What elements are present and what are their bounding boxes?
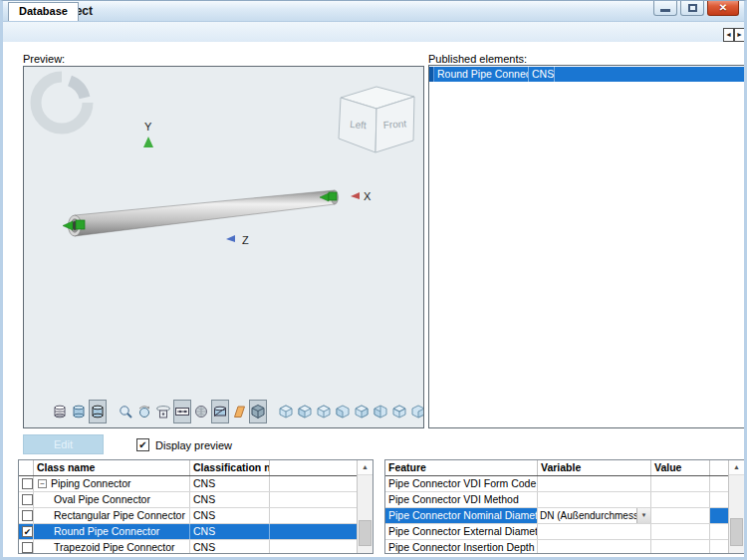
tab-strip	[0, 22, 747, 42]
feature-text: Pipe Connector VDI Form Code	[385, 476, 538, 491]
shaded-edges-view-icon[interactable]	[89, 400, 107, 423]
zoom-icon[interactable]	[117, 400, 134, 423]
row-checkbox[interactable]	[22, 542, 33, 553]
variable-dropdown-value: DN (Außendurchmesser)	[538, 508, 636, 523]
tab-scroll-right-button[interactable]: ►	[734, 28, 745, 42]
class-row-piping-connector[interactable]: −Piping Connector CNS	[19, 476, 373, 492]
dialog-content: Preview: Published elements: Left Front	[3, 42, 744, 557]
wireframe-view-icon[interactable]	[51, 400, 69, 423]
maximize-button[interactable]	[680, 0, 704, 16]
classification-text: CNS	[190, 476, 270, 491]
view-cube-iso-2-icon[interactable]	[334, 400, 352, 423]
feature-row-external-diameter[interactable]: Pipe Connector External Diameter	[385, 524, 744, 540]
dropdown-arrow-icon[interactable]: ▼	[636, 508, 650, 523]
view-cube-top-right-icon[interactable]	[296, 400, 314, 423]
feature-row-vdi-form-code[interactable]: Pipe Connector VDI Form Code	[385, 476, 744, 492]
feature-table-scrollbar[interactable]: ▲	[728, 460, 744, 553]
preview-toolbar	[51, 399, 424, 424]
class-row-rectangular-pipe-connector[interactable]: Rectangular Pipe Connector CNS	[19, 508, 373, 524]
row-checkbox[interactable]	[22, 478, 33, 489]
class-name-text: Trapezoid Pipe Connector	[34, 540, 190, 554]
row-checkbox[interactable]	[22, 494, 33, 505]
preview-viewport[interactable]: Left Front	[23, 66, 424, 428]
header-checkbox-column[interactable]	[19, 460, 34, 475]
published-elements-label: Published elements:	[428, 53, 527, 65]
close-button[interactable]: ✕	[707, 0, 739, 16]
published-element-name: Round Pipe Connector	[434, 67, 529, 82]
classification-text: CNS	[190, 540, 270, 554]
pipe-body	[75, 190, 335, 236]
row-checkbox-checked[interactable]: ✔	[22, 526, 33, 537]
edit-button[interactable]: Edit	[23, 434, 104, 454]
display-preview-checkbox[interactable]: ✔	[136, 438, 149, 451]
mesh-view-icon[interactable]	[192, 400, 210, 423]
edit-project-dialog: Edit project ✕ Database ◄ ► Preview: Pub…	[0, 0, 747, 560]
axis-x-marker: X	[351, 190, 372, 202]
tree-collapse-icon[interactable]: −	[38, 479, 47, 488]
header-classification-name[interactable]: Classification name	[190, 460, 270, 475]
checkmark-icon: ✔	[138, 439, 146, 450]
feature-row-insertion-depth[interactable]: Pipe Connector Insertion Depth	[385, 540, 744, 554]
class-row-trapezoid-pipe-connector[interactable]: Trapezoid Pipe Connector CNS	[19, 540, 373, 554]
scroll-up-icon: ▲	[733, 463, 740, 470]
class-row-oval-pipe-connector[interactable]: Oval Pipe Connector CNS	[19, 492, 373, 508]
section-view-icon[interactable]	[211, 400, 229, 423]
feature-text-selected: Pipe Connector Nominal Diameter	[385, 508, 538, 523]
scroll-up-icon: ▲	[362, 463, 369, 470]
perspective-view-icon[interactable]	[249, 400, 267, 423]
published-element-row[interactable]: Round Pipe Connector CNS	[429, 67, 744, 82]
classification-text: CNS	[190, 508, 270, 523]
scroll-up-button[interactable]: ▲	[729, 460, 744, 475]
preview-label: Preview:	[23, 53, 65, 65]
minimize-button[interactable]	[653, 0, 677, 16]
view-cube-iso-4-icon[interactable]	[372, 400, 389, 423]
axis-y-marker: Y	[143, 121, 153, 147]
orbit-view-icon[interactable]	[154, 400, 172, 423]
row-checkbox[interactable]	[22, 510, 33, 521]
class-name-text: Piping Connector	[51, 477, 131, 489]
header-variable[interactable]: Variable	[538, 460, 651, 475]
header-feature[interactable]: Feature	[385, 460, 538, 475]
close-icon: ✕	[719, 2, 727, 13]
minimize-icon	[660, 9, 670, 12]
view-settings-icon[interactable]	[173, 400, 191, 423]
class-table-scrollbar[interactable]: ▲	[357, 460, 373, 553]
view-cube-iso-5-icon[interactable]	[390, 400, 408, 423]
tab-database[interactable]: Database	[8, 2, 79, 21]
class-table-header[interactable]: Class name Classification name	[19, 460, 373, 476]
feature-table: Feature Variable Value Pipe Connector VD…	[384, 459, 745, 554]
feature-table-header[interactable]: Feature Variable Value	[385, 460, 744, 476]
variable-dropdown[interactable]: DN (Außendurchmesser) ▼	[538, 508, 650, 523]
maximize-icon	[688, 4, 697, 12]
class-row-round-pipe-connector[interactable]: ✔ Round Pipe Connector CNS	[19, 524, 373, 540]
axis-y-label: Y	[144, 121, 152, 133]
header-class-name[interactable]: Class name	[34, 460, 190, 475]
feature-row-vdi-method[interactable]: Pipe Connector VDI Method	[385, 492, 744, 508]
class-name-text: Oval Pipe Connector	[34, 492, 190, 507]
classification-text: CNS	[190, 524, 270, 539]
material-view-icon[interactable]	[230, 400, 248, 423]
feature-row-nominal-diameter[interactable]: Pipe Connector Nominal Diameter DN (Auße…	[385, 508, 744, 524]
class-table: Class name Classification name −Piping C…	[18, 459, 374, 554]
published-element-classification: CNS	[529, 67, 555, 82]
view-cube-iso-1-icon[interactable]	[315, 400, 333, 423]
published-elements-list[interactable]: Round Pipe Connector CNS	[428, 65, 745, 428]
rotate-view-icon[interactable]	[135, 400, 153, 423]
pipe-3d-model: Y X Z	[24, 67, 424, 428]
scrollbar-thumb[interactable]	[359, 520, 372, 546]
arrow-left-icon: ◄	[725, 31, 732, 38]
scrollbar-thumb[interactable]	[730, 518, 743, 546]
header-value[interactable]: Value	[651, 460, 710, 475]
feature-text: Pipe Connector VDI Method	[385, 492, 538, 507]
tab-scroll-left-button[interactable]: ◄	[723, 28, 734, 42]
shaded-view-icon[interactable]	[70, 400, 88, 423]
scroll-up-button[interactable]: ▲	[358, 460, 373, 475]
view-cube-iso-6-icon[interactable]	[409, 400, 424, 423]
value-edit-cell[interactable]	[651, 508, 710, 523]
classification-text: CNS	[190, 492, 270, 507]
title-bar[interactable]: Edit project ✕	[0, 0, 747, 22]
view-cube-top-left-icon[interactable]	[277, 400, 295, 423]
view-cube-iso-3-icon[interactable]	[353, 400, 371, 423]
display-preview-label: Display preview	[155, 439, 232, 451]
arrow-right-icon: ►	[736, 31, 743, 38]
